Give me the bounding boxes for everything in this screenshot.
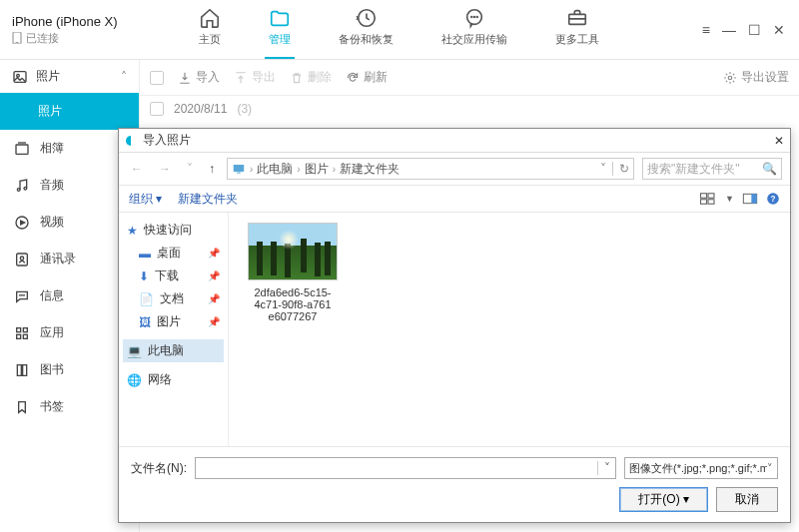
search-icon: 🔍 [762,162,777,176]
tree-downloads[interactable]: ⬇下载📌 [123,265,224,287]
top-nav: 主页 管理 备份和恢复 社交应用传输 更多工具 [140,1,702,59]
apps-icon [14,325,30,341]
crumb-dropdown-icon[interactable]: ˅ [600,162,606,176]
toolbox-icon [566,7,588,29]
tree-pictures[interactable]: 🖼图片📌 [123,310,224,333]
maximize-button[interactable]: ☐ [748,22,761,38]
app-logo-icon [125,135,137,147]
crumb-refresh-icon[interactable]: ↻ [612,162,629,176]
svg-point-9 [17,74,20,77]
home-icon [199,7,221,29]
filename-label: 文件名(N): [131,460,187,477]
cancel-button[interactable]: 取消 [716,487,778,512]
svg-rect-22 [23,334,27,338]
menu-icon[interactable]: ≡ [702,22,710,38]
newfolder-button[interactable]: 新建文件夹 [178,191,238,208]
svg-rect-24 [234,165,245,172]
tree-documents[interactable]: 📄文档📌 [123,287,224,310]
nav-backup[interactable]: 备份和恢复 [335,1,398,59]
dialog-close-button[interactable]: ✕ [774,134,784,148]
dialog-nav: ← → ˅ ↑ › 此电脑 › 图片 › 新建文件夹 ˅ ↻ 搜索"新建文件夹"… [119,153,790,185]
pc-icon [232,162,246,176]
nav-history-button[interactable]: ˅ [183,160,197,178]
export-settings-button[interactable]: 导出设置 [723,69,789,86]
file-dialog: 导入照片 ✕ ← → ˅ ↑ › 此电脑 › 图片 › 新建文件夹 ˅ ↻ 搜索… [118,128,791,523]
import-icon [178,71,192,85]
organize-button[interactable]: 组织 ▾ [129,191,162,208]
filetype-filter[interactable]: 图像文件(*.jpg;*.png;*.gif;*.m ˅ [624,457,778,479]
folder-icon [269,7,291,29]
dialog-titlebar: 导入照片 ✕ [119,129,790,153]
import-button[interactable]: 导入 [178,69,220,86]
export-icon [234,71,248,85]
svg-rect-31 [751,194,756,203]
svg-point-23 [728,76,732,80]
file-list: 2dfa6ed6-5c15- 4c71-90f8-a761 e6077267 [229,213,790,446]
filter-dropdown-icon[interactable]: ˅ [767,462,773,475]
window-controls: ≡ ― ☐ ✕ [702,22,799,38]
svg-point-17 [22,294,23,295]
nav-home[interactable]: 主页 [195,1,225,59]
date-group[interactable]: 2020/8/11 (3) [140,96,799,122]
nav-back-button[interactable]: ← [127,160,147,178]
dialog-search[interactable]: 搜索"新建文件夹" 🔍 [642,158,782,180]
svg-point-6 [476,16,477,17]
file-item[interactable]: 2dfa6ed6-5c15- 4c71-90f8-a761 e6077267 [239,223,347,322]
svg-point-12 [24,187,27,190]
delete-button[interactable]: 删除 [290,69,332,86]
gear-icon [723,71,737,85]
svg-point-4 [471,16,472,17]
svg-rect-21 [17,334,21,338]
svg-point-5 [474,16,475,17]
refresh-button[interactable]: 刷新 [346,69,388,86]
tree-this-pc[interactable]: 💻此电脑 [123,339,224,362]
image-icon [12,69,28,85]
svg-rect-20 [23,327,27,331]
filename-dropdown-icon[interactable]: ˅ [597,461,615,475]
open-button[interactable]: 打开(O) ▾ [619,487,708,512]
svg-point-15 [20,257,23,260]
svg-rect-28 [708,194,714,199]
trash-icon [290,71,304,85]
sidebar-header-photos[interactable]: 照片 ˄ [0,60,139,93]
svg-rect-26 [701,194,707,199]
message-icon [14,288,30,304]
nav-social[interactable]: 社交应用传输 [437,1,511,59]
dialog-footer: 文件名(N): ˅ 图像文件(*.jpg;*.png;*.gif;*.m ˅ 打… [119,446,790,522]
view-dropdown-icon[interactable]: ▼ [725,194,734,204]
help-icon[interactable]: ? [766,192,780,206]
sidebar-item-photos[interactable]: 照片 [0,93,139,130]
nav-tools[interactable]: 更多工具 [551,1,603,59]
svg-rect-27 [701,200,707,205]
minimize-button[interactable]: ― [722,22,736,38]
filename-input[interactable]: ˅ [195,457,616,479]
view-icon[interactable] [699,192,717,206]
svg-rect-25 [237,173,241,174]
close-button[interactable]: ✕ [773,22,785,38]
preview-pane-icon[interactable] [742,192,758,206]
svg-point-11 [17,188,20,191]
refresh-icon [346,71,360,85]
book-icon [14,362,30,378]
date-label: 2020/8/11 [174,102,227,116]
date-checkbox[interactable] [150,102,164,116]
phone-icon [12,32,22,44]
music-icon [14,178,30,194]
nav-forward-button[interactable]: → [155,160,175,178]
export-button[interactable]: 导出 [234,69,276,86]
contacts-icon [14,252,30,267]
tree-quick-access[interactable]: ★快速访问 [123,219,224,242]
tree-desktop[interactable]: ▬桌面📌 [123,242,224,265]
svg-rect-19 [17,327,21,331]
nav-up-button[interactable]: ↑ [205,160,219,178]
nav-manage[interactable]: 管理 [265,1,295,59]
svg-point-16 [20,294,21,295]
breadcrumb[interactable]: › 此电脑 › 图片 › 新建文件夹 ˅ ↻ [227,158,634,180]
tree-network[interactable]: 🌐网络 [123,368,224,391]
select-all-checkbox[interactable] [150,71,164,85]
device-info: iPhone (iPhone X) 已连接 [0,6,140,54]
filename-field[interactable] [196,461,597,475]
folder-tree: ★快速访问 ▬桌面📌 ⬇下载📌 📄文档📌 🖼图片📌 💻此电脑 🌐网络 [119,213,229,446]
toolbar: 导入 导出 删除 刷新 导出设置 [140,60,799,96]
video-icon [14,215,30,231]
